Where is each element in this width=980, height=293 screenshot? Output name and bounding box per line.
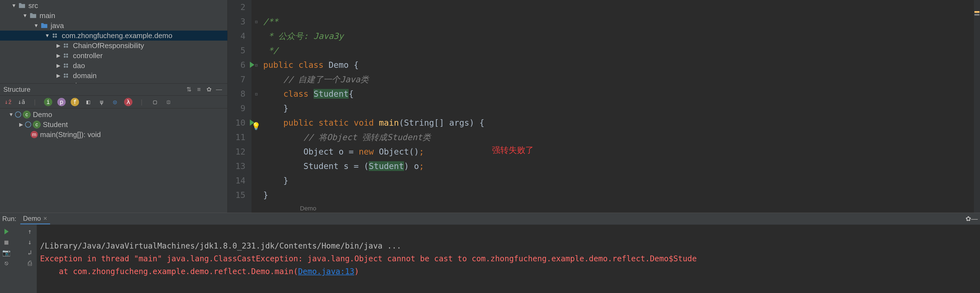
tree-item-domain[interactable]: ▶domain: [0, 71, 228, 81]
gutter-line[interactable]: 10💡: [228, 116, 245, 130]
structure-tree[interactable]: ▼cDemo▶cStudentmmain(String[]): void: [0, 108, 228, 213]
tb-icon-box1[interactable]: ▢: [151, 98, 159, 106]
stop-icon[interactable]: ■: [2, 238, 11, 247]
code-line[interactable]: */: [263, 43, 974, 58]
fold-column[interactable]: ⊟⊟⊟⊟: [251, 0, 261, 213]
code-line[interactable]: Student s = (Student) o;: [263, 159, 974, 173]
run-tab-demo[interactable]: Demo ✕: [20, 214, 50, 224]
chevron-icon[interactable]: ▼: [8, 112, 14, 117]
code-line[interactable]: }: [263, 188, 974, 203]
tb-sep2: |: [137, 98, 146, 106]
gutter-line[interactable]: 4: [228, 29, 245, 43]
gear-icon[interactable]: ✿: [966, 215, 971, 223]
editor[interactable]: 2345678910💡1112131415 ⊟⊟⊟⊟ /** * 公众号: Ja…: [228, 0, 980, 213]
show-lambda-icon[interactable]: λ: [124, 98, 132, 106]
chevron-icon[interactable]: ▼: [22, 13, 28, 19]
code-line[interactable]: Object o = new Object();: [263, 144, 974, 159]
chevron-icon[interactable]: ▼: [33, 23, 39, 29]
chevron-icon[interactable]: ▼: [45, 33, 50, 39]
tree-item-java[interactable]: ▼java: [0, 21, 228, 30]
code-line[interactable]: public static void main(String[] args) {: [263, 116, 974, 130]
show-properties-icon[interactable]: p: [57, 98, 66, 106]
up-icon[interactable]: ↑: [25, 227, 35, 236]
gutter-line[interactable]: 3: [228, 14, 245, 29]
bulb-icon[interactable]: 💡: [251, 119, 261, 133]
gutter-line[interactable]: 11: [228, 130, 245, 144]
chevron-icon[interactable]: ▶: [18, 122, 24, 128]
code-line[interactable]: }: [263, 173, 974, 188]
hide-icon[interactable]: —: [971, 215, 978, 223]
structure-item[interactable]: mmain(String[]): void: [0, 130, 228, 139]
code-line[interactable]: }: [263, 101, 974, 116]
down-icon[interactable]: ↓: [25, 238, 35, 247]
code-line[interactable]: class Student{: [263, 87, 974, 101]
sort-alpha-icon[interactable]: ↓ẑ: [4, 98, 12, 106]
gutter-line[interactable]: 7: [228, 72, 245, 87]
structure-opt2-icon[interactable]: ≡: [194, 86, 204, 94]
structure-item[interactable]: ▼cDemo: [0, 109, 228, 120]
breadcrumb[interactable]: Demo: [300, 205, 317, 212]
code-line[interactable]: // 自建了一个Java类: [263, 72, 974, 87]
code-area[interactable]: /** * 公众号: Java3y */public class Demo { …: [261, 0, 974, 213]
error-stripe[interactable]: [974, 0, 980, 213]
console-cmd: /Library/Java/JavaVirtualMachines/jdk1.8…: [40, 241, 401, 250]
console-err2a: at com.zhongfucheng.example.demo.reflect…: [40, 267, 298, 276]
gutter-line[interactable]: 6: [228, 58, 245, 72]
show-fields-icon[interactable]: f: [71, 98, 79, 106]
tree-item-dto[interactable]: ▶dto: [0, 81, 228, 83]
tree-item-com-zhongfucheng-example-demo[interactable]: ▼com.zhongfucheng.example.demo: [0, 30, 228, 41]
code-line[interactable]: public class Demo {: [263, 58, 974, 72]
rerun-icon[interactable]: [2, 227, 11, 236]
gutter-line[interactable]: 13: [228, 159, 245, 173]
gutter-line[interactable]: 8: [228, 87, 245, 101]
gutter-line[interactable]: 12: [228, 144, 245, 159]
gear-icon[interactable]: ✿: [204, 86, 214, 94]
java-folder-icon: [40, 22, 48, 29]
chevron-icon[interactable]: ▼: [11, 3, 17, 9]
stack-link[interactable]: Demo.java:13: [298, 267, 354, 276]
hide-icon[interactable]: —: [214, 86, 224, 94]
tree-item-ChainOfResponsibility[interactable]: ▶ChainOfResponsibility: [0, 41, 228, 51]
gutter-line[interactable]: 9: [228, 101, 245, 116]
show-nonpublic-icon[interactable]: ◧: [84, 98, 92, 106]
code-line[interactable]: /**: [263, 14, 974, 29]
tree-item-dao[interactable]: ▶dao: [0, 60, 228, 71]
tree-item-main[interactable]: ▼main: [0, 11, 228, 21]
code-line[interactable]: * 公众号: Java3y: [263, 29, 974, 43]
ring-icon: [25, 122, 31, 128]
print-icon[interactable]: ⎙: [25, 258, 35, 268]
code-line[interactable]: [263, 0, 974, 14]
tb-icon-target[interactable]: ◎: [111, 98, 119, 106]
fold-mark: [251, 101, 261, 116]
tb-icon-fork[interactable]: ψ: [97, 98, 106, 106]
fold-mark[interactable]: ⊟: [251, 87, 261, 101]
code-line[interactable]: // 将Object 强转成Student类: [263, 130, 974, 144]
run-gutter-icon[interactable]: [250, 62, 255, 68]
gutter-line[interactable]: 15: [228, 188, 245, 203]
gutter[interactable]: 2345678910💡1112131415: [228, 0, 251, 213]
chevron-icon[interactable]: ▶: [56, 52, 61, 59]
exit-icon[interactable]: ⎋: [2, 258, 11, 268]
tree-item-controller[interactable]: ▶controller: [0, 51, 228, 60]
chevron-icon[interactable]: ▶: [56, 43, 61, 49]
structure-item[interactable]: ▶cStudent: [0, 120, 228, 130]
tb-icon-box2[interactable]: ⎅: [164, 98, 172, 106]
chevron-icon[interactable]: ▶: [56, 73, 61, 79]
console[interactable]: /Library/Java/JavaVirtualMachines/jdk1.8…: [37, 225, 980, 293]
gutter-line[interactable]: 14: [228, 173, 245, 188]
gutter-line[interactable]: 2: [228, 0, 245, 14]
show-inherited-icon[interactable]: i: [44, 98, 52, 106]
svg-point-7: [66, 46, 68, 48]
project-tree[interactable]: ▼src▼main▼java▼com.zhongfucheng.example.…: [0, 0, 228, 83]
fold-mark: [251, 188, 261, 203]
close-icon[interactable]: ✕: [43, 215, 47, 222]
tree-item-src[interactable]: ▼src: [0, 0, 228, 11]
structure-opt1-icon[interactable]: ⇅: [184, 86, 194, 94]
class-icon: c: [23, 111, 30, 119]
gutter-line[interactable]: 5: [228, 43, 245, 58]
fold-mark[interactable]: ⊟: [251, 14, 261, 29]
soft-wrap-icon[interactable]: ↲: [25, 248, 35, 257]
chevron-icon[interactable]: ▶: [56, 63, 61, 69]
sort-visibility-icon[interactable]: ↓ā: [17, 98, 25, 106]
dump-icon[interactable]: 📷: [2, 248, 11, 257]
